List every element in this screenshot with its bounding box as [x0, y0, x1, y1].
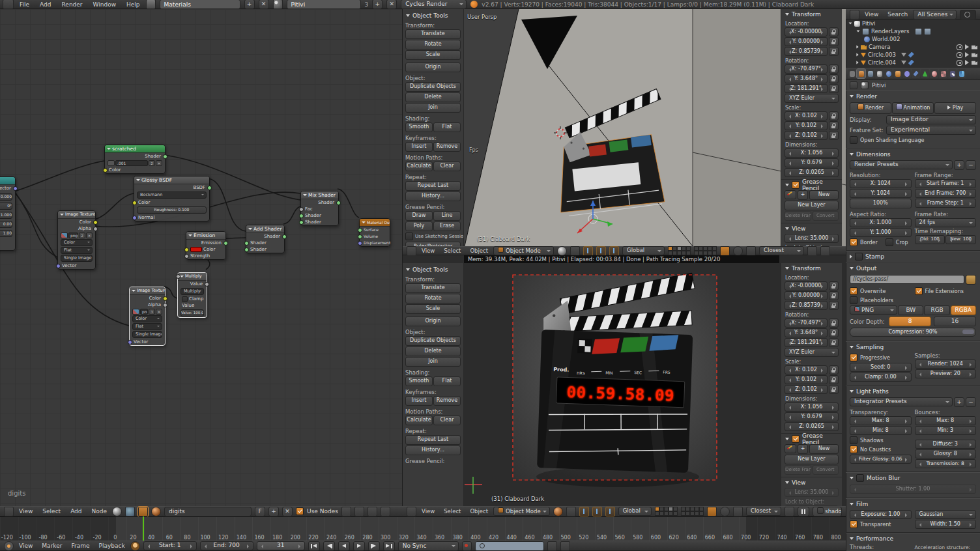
node-multiply-header[interactable]: Multiply — [178, 273, 207, 281]
join-button[interactable]: Join — [405, 357, 461, 367]
snap-element-select[interactable]: Closest — [746, 507, 781, 516]
visibility-icon[interactable] — [957, 52, 962, 58]
node-addshader-header[interactable]: Add Shader — [246, 225, 284, 233]
seed-field[interactable]: Seed: 0 — [850, 363, 912, 372]
location-y-field[interactable]: Y: 0.00000 — [785, 37, 828, 46]
add-preset-button[interactable]: + — [954, 397, 964, 407]
scene-user-count[interactable]: 3 — [365, 1, 369, 8]
user-count-button[interactable]: 2 — [79, 233, 85, 238]
viewport-menu-item[interactable]: Object — [468, 508, 490, 515]
diffuse-bounces-field[interactable]: Diffuse: 3 — [915, 440, 977, 449]
outliner-menu-item[interactable]: Search — [886, 11, 910, 18]
viewport-menu-item[interactable]: Select — [442, 247, 463, 254]
opengl-render-icon[interactable] — [785, 507, 794, 516]
insert-keyframe-button[interactable]: Insert — [405, 396, 433, 406]
file-format-select[interactable]: PNG — [850, 305, 897, 315]
transmission-bounces-field[interactable]: Transmission: 8 — [915, 459, 977, 468]
rotation-z-field[interactable]: Z: 181.291° — [785, 84, 828, 93]
rotation-y-field[interactable]: Y: 3.648° — [785, 328, 828, 337]
shader-socket[interactable] — [207, 186, 212, 190]
value-socket[interactable] — [299, 207, 304, 212]
translate-button[interactable]: Translate — [405, 283, 461, 293]
imagetex1-datablock[interactable]: png 2 ✕ — [61, 233, 93, 238]
grease-pencil-panel-header[interactable]: Grease Pencil — [781, 433, 842, 444]
screen-layout-icon[interactable] — [146, 0, 156, 9]
scale-x-field[interactable]: X: 0.102 — [785, 365, 828, 374]
sync-mode-select[interactable]: No Sync — [398, 541, 459, 551]
calculate-button[interactable]: Calculate — [405, 162, 433, 171]
tab-scene[interactable] — [875, 69, 884, 78]
layers-grid-2[interactable] — [681, 507, 704, 516]
duplicate-button[interactable]: Duplicate Objects — [405, 82, 461, 92]
gp-delete-frame-button[interactable]: Delete Frame — [785, 211, 811, 221]
node-image-texture-1[interactable]: Image Texture Color Alpha png 2 ✕ Color … — [57, 210, 96, 270]
rotation-mode-select[interactable]: XYZ Euler — [785, 348, 839, 357]
lock-to-scene-icon[interactable] — [720, 246, 730, 256]
stamp-checkbox[interactable] — [855, 253, 863, 261]
dimension-y-field[interactable]: Y: 0.679 — [785, 412, 839, 421]
color-swatch[interactable] — [190, 247, 202, 252]
lock-icon[interactable] — [829, 338, 839, 347]
gp-convert-button[interactable]: Convert — [813, 465, 839, 475]
material-name-field[interactable]: digits — [164, 507, 252, 516]
viewport-shading-icon[interactable] — [557, 246, 567, 256]
rotation-mode-select[interactable]: XYZ Euler — [785, 94, 839, 103]
viewport-menu-item[interactable]: Object — [468, 247, 490, 254]
gp-add-button[interactable]: + — [798, 190, 808, 200]
snap-magnet-icon[interactable] — [733, 507, 743, 516]
use-nodes-checkbox[interactable] — [296, 507, 304, 515]
vector-socket[interactable] — [128, 340, 132, 345]
feature-set-select[interactable]: Experimental — [886, 126, 976, 135]
object-tools-panel-header[interactable]: Object Tools — [405, 10, 461, 20]
outliner-search-input[interactable] — [960, 10, 976, 20]
node-editor-menu-item[interactable]: Node — [90, 508, 109, 515]
end-frame-field[interactable]: End Frame: 700 — [915, 189, 977, 198]
motion-blur-panel-header[interactable]: Motion Blur — [846, 473, 980, 483]
properties-editor-icon[interactable] — [848, 69, 856, 78]
timeline-editor-icon[interactable] — [4, 541, 14, 551]
resolution-percentage-field[interactable]: 100% — [850, 199, 912, 208]
dimension-y-field[interactable]: Y: 0.679 — [785, 158, 839, 167]
sampling-panel-header[interactable]: Sampling — [846, 342, 980, 352]
mode-select[interactable]: Object Mode — [493, 507, 550, 516]
filter-type-select[interactable]: Gaussian — [915, 510, 977, 519]
vector-socket[interactable] — [358, 241, 362, 246]
current-frame-field[interactable]: 31 — [257, 541, 305, 550]
timeline-track[interactable]: -120-100-80-60-40-2002040608010012014016… — [0, 516, 846, 541]
orientation-select[interactable]: Global — [622, 246, 665, 255]
opengl-render-icon[interactable] — [807, 246, 817, 256]
multiply-value-slider[interactable]: Value: 100.000 — [180, 309, 204, 317]
glossy-bounces-field[interactable]: Glossy: 8 — [915, 449, 977, 459]
history-button[interactable]: History... — [405, 191, 461, 201]
gp-add-button[interactable]: + — [798, 444, 808, 454]
repeat-last-button[interactable]: Repeat Last — [405, 181, 461, 191]
rotation-x-field[interactable]: X: -70.497° — [785, 318, 828, 328]
visibility-icon[interactable] — [957, 44, 962, 50]
snap-target-icon[interactable] — [381, 507, 390, 516]
render-engine-select[interactable]: Cycles Render — [401, 0, 467, 9]
outliner-row-circle004[interactable]: Circle.004 — [846, 59, 980, 66]
unlink-button[interactable]: ✕ — [156, 160, 162, 166]
remove-keyframe-button[interactable]: Remove — [433, 396, 461, 406]
datablock-name[interactable]: .001 — [115, 160, 148, 166]
lock-icon[interactable] — [829, 301, 839, 310]
topbar-menu-item[interactable]: Add — [38, 1, 53, 8]
origin-button[interactable]: Origin — [405, 317, 461, 326]
folder-icon[interactable] — [966, 275, 976, 285]
tab-render-layers[interactable] — [866, 69, 874, 78]
lock-icon[interactable] — [829, 365, 839, 374]
frame-rate-select[interactable]: 24 fps — [915, 218, 977, 227]
scale-button[interactable]: Scale — [405, 50, 461, 60]
rotation-z-field[interactable]: Z: 181.291° — [785, 338, 828, 347]
lock-icon[interactable] — [829, 27, 839, 36]
grease-pencil-checkbox[interactable] — [792, 435, 800, 443]
lock-icon[interactable] — [829, 375, 839, 384]
render-samples-field[interactable]: Render: 1024 — [915, 360, 977, 369]
compression-slider[interactable]: Compression: 90% — [850, 328, 976, 337]
lock-icon[interactable] — [829, 121, 839, 130]
snap-magnet-icon[interactable] — [746, 246, 756, 256]
light-paths-panel-header[interactable]: Light Paths — [846, 386, 980, 397]
remap-old-field[interactable]: Old: 100 — [915, 235, 945, 244]
aspect-y-field[interactable]: Y: 1.000 — [850, 228, 912, 237]
clear-button[interactable]: Clear — [433, 416, 461, 425]
